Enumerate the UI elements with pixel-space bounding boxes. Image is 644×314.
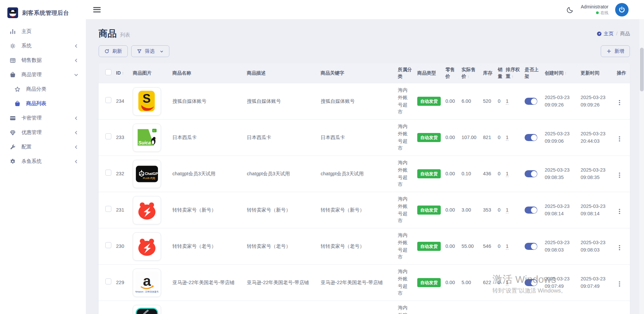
scrollbar-track [639,19,644,314]
row-checkbox[interactable] [105,133,111,139]
product-category: 海内外账号超市 [398,123,409,152]
column-header-type: 商品类型 [415,63,443,83]
product-image[interactable]: 9 [133,305,161,314]
sidebar-item-wrench[interactable]: 配置 [0,140,86,154]
scrollbar-thumb[interactable] [640,48,644,91]
sort-weight-editable[interactable]: 1 [506,207,508,213]
brand[interactable]: 刺客系统管理后台 [0,0,86,24]
column-header-desc: 商品描述 [245,63,319,83]
row-actions-menu[interactable] [617,280,622,288]
amazon-logo: aAmazon - 22年美国老号 [136,271,158,294]
sidebar-item-label: 商品列表 [26,100,78,107]
table-row: 9 海内外账号超市 自动发货 2025-03-23 2025-03-23 [99,301,630,314]
chevron-left-icon [74,145,78,149]
filter-button[interactable]: 筛选 [131,45,169,57]
sidebar-item-table[interactable]: 销售数据 [0,53,86,68]
listed-toggle[interactable] [525,279,537,286]
select-all-checkbox[interactable] [105,69,111,75]
actual-price: 0.10 [462,171,471,176]
row-checkbox[interactable] [105,97,111,103]
listed-toggle[interactable] [525,207,537,214]
stock: 520 [483,98,491,104]
gear-icon [9,43,16,49]
row-actions-menu[interactable] [617,99,622,107]
sidebar-item-credit-card[interactable]: 卡密管理 [0,111,86,125]
user-info[interactable]: Administrator 在线 [581,4,608,15]
column-header-id[interactable]: ID↑ [114,63,131,83]
sort-weight-editable[interactable]: 1 [506,98,508,104]
product-id: 231 [116,207,124,213]
row-checkbox[interactable] [105,170,111,176]
row-checkbox[interactable] [105,242,111,248]
sort-weight-editable[interactable]: 1 [506,243,508,250]
product-description: 转转卖家号（新号） [247,207,291,213]
product-category: 海内外账号超市 [398,159,409,188]
suica-logo: SuicaIC [136,126,158,149]
page-content: 商品 列表 主页 / 商品 刷新 筛选 [86,19,644,314]
column-header-actual[interactable]: 实际售价↑ [460,63,481,83]
home-icon [597,31,602,36]
product-image[interactable]: SuicaIC [133,124,161,152]
row-checkbox[interactable] [105,206,111,212]
teal-app-logo: 9 [136,308,158,314]
svg-text:IC: IC [153,129,156,132]
updated-at: 2025-03-23 20:44:03 [581,131,605,144]
stock: 622 [483,280,491,285]
sales: 0 [498,135,500,140]
user-status: 在线 [581,10,608,15]
chevron-left-icon [74,116,78,121]
add-button[interactable]: 新增 [601,45,630,57]
avatar[interactable] [615,3,629,16]
sidebar-item-gear-solid[interactable]: 杀鱼系统 [0,154,86,169]
listed-toggle[interactable] [525,134,537,141]
table-row: 229 aAmazon - 22年美国老号 亚马逊-22年美国老号-带店铺 亚马… [99,265,630,301]
product-image[interactable]: ChatGPTPLUS 代充 [133,160,161,188]
stock: 353 [483,207,491,213]
app-logo-panda-icon [7,7,18,18]
table-icon [9,57,16,64]
product-type-badge: 自动发货 [417,169,441,179]
sidebar-item-gear[interactable]: 系统 [0,39,86,53]
breadcrumb-home-link[interactable]: 主页 [597,31,613,37]
created-at: 2025-03-23 09:08:14 [545,204,570,216]
sort-weight-editable[interactable]: 1 [506,135,508,141]
sidebar-item-diamond[interactable]: 优惠管理 [0,125,86,140]
chevron-down-icon [74,73,78,77]
product-keyword: 亚马逊-22年美国老号-带店铺 [321,280,383,285]
retail-price: 0.00 [445,135,455,140]
sidebar-item-bar-chart[interactable]: 主页 [0,24,86,39]
sidebar-item-label: 商品管理 [21,72,74,78]
column-header-created[interactable]: 创建时间↑ [543,63,579,83]
row-actions-menu[interactable] [617,208,622,216]
sidebar-item-shopping-bag[interactable]: 商品管理 [0,68,86,82]
sidebar-item-shopping-bag[interactable]: 商品列表 [0,96,86,111]
product-id: 234 [116,98,124,104]
product-image[interactable]: S [133,87,161,116]
sidebar: 刺客系统管理后台 主页 系统 销售数据 商品管理 商品分类 商品列表 卡密管理 … [0,0,86,314]
created-at: 2025-03-23 09:08:03 [545,240,570,253]
row-actions-menu[interactable] [617,135,622,143]
listed-toggle[interactable] [525,243,537,250]
product-image[interactable]: aAmazon - 22年美国老号 [133,269,161,297]
product-image[interactable] [133,232,161,261]
sidebar-item-star[interactable]: 商品分类 [0,82,86,96]
sort-weight-editable[interactable]: 1 [506,280,508,286]
row-checkbox[interactable] [105,278,111,284]
hamburger-menu-icon[interactable] [93,7,101,12]
toolbar: 刷新 筛选 新增 [99,45,630,57]
chevron-left-icon [74,130,78,135]
row-actions-menu[interactable] [617,244,622,252]
column-header-ops: 操作 [615,63,630,83]
listed-toggle[interactable] [525,98,537,105]
refresh-button[interactable]: 刷新 [99,45,128,57]
sohu-logo: S [136,90,158,113]
sort-weight-editable[interactable]: 1 [506,171,508,177]
table-body: 234 S 搜狐自媒体账号 搜狐自媒体账号 搜狐自媒体账号 海内外账号超市 自动… [99,83,630,314]
product-id: 233 [116,135,124,140]
listed-toggle[interactable] [525,170,537,177]
shopping-bag-icon [9,72,16,78]
row-actions-menu[interactable] [617,171,622,179]
column-header-weight[interactable]: 排序权重↑ [504,63,523,83]
product-image[interactable] [133,196,161,224]
moon-icon[interactable] [566,6,574,14]
